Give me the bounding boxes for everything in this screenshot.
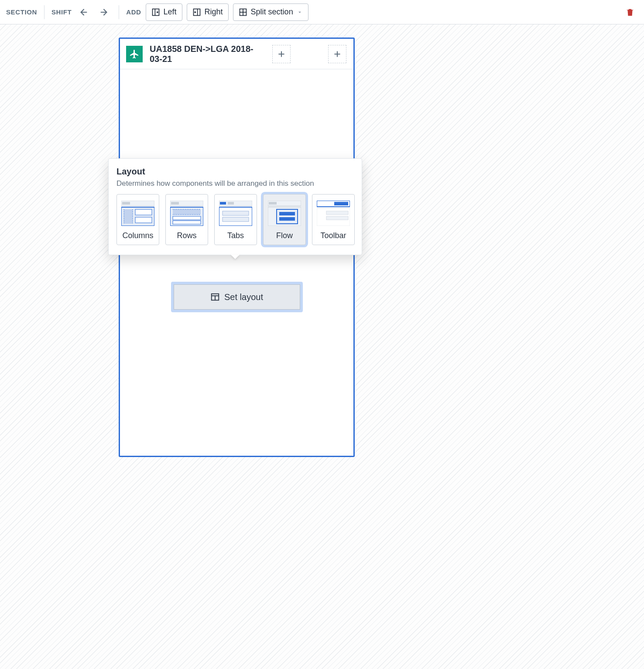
- svg-rect-37: [173, 221, 201, 224]
- airplane-icon: [129, 49, 140, 59]
- insert-left-icon: [151, 8, 160, 17]
- add-label: ADD: [126, 8, 141, 16]
- svg-rect-51: [334, 202, 348, 205]
- flow-thumb-icon: [268, 201, 301, 226]
- add-left-button[interactable]: Left: [146, 3, 182, 21]
- split-section-label: Split section: [251, 7, 293, 17]
- layout-option-rows[interactable]: Rows: [165, 194, 208, 245]
- popover-description: Determines how components will be arrang…: [116, 179, 354, 188]
- svg-rect-41: [219, 207, 252, 226]
- add-right-button[interactable]: Right: [187, 3, 229, 21]
- svg-rect-49: [279, 217, 295, 221]
- layout-option-label: Rows: [177, 231, 196, 240]
- svg-rect-29: [135, 217, 152, 223]
- arrow-right-icon: [99, 7, 109, 17]
- toolbar-separator: [44, 5, 45, 19]
- editor-canvas: UA1858 DEN->LGA 2018-03-21 Set layout La…: [0, 24, 644, 669]
- plus-icon: [277, 50, 286, 58]
- layout-option-label: Flow: [276, 231, 293, 240]
- svg-rect-54: [326, 216, 348, 220]
- delete-section-button[interactable]: [622, 4, 638, 20]
- svg-rect-43: [223, 217, 249, 222]
- layout-option-columns[interactable]: Columns: [116, 194, 159, 245]
- svg-rect-13: [629, 11, 629, 14]
- svg-rect-39: [220, 202, 226, 205]
- layout-option-label: Toolbar: [320, 231, 346, 240]
- insert-right-icon: [192, 8, 201, 17]
- svg-rect-47: [277, 209, 298, 224]
- svg-rect-48: [279, 212, 295, 215]
- svg-rect-33: [173, 209, 201, 215]
- svg-rect-14: [630, 11, 631, 14]
- chevron-down-icon: [297, 9, 303, 15]
- set-layout-button[interactable]: Set layout: [174, 284, 300, 310]
- arrow-left-icon: [79, 7, 89, 17]
- plus-icon: [333, 50, 342, 58]
- add-component-button[interactable]: [328, 45, 346, 63]
- toolbar-separator: [119, 5, 119, 19]
- flight-icon: [126, 46, 143, 62]
- svg-rect-28: [135, 209, 152, 215]
- section-label: SECTION: [6, 8, 37, 16]
- split-section-button[interactable]: Split section: [233, 3, 308, 21]
- add-right-label: Right: [205, 7, 223, 17]
- layout-option-label: Tabs: [227, 231, 244, 240]
- svg-rect-45: [269, 202, 277, 205]
- layout-option-toolbar[interactable]: Toolbar: [312, 194, 355, 245]
- shift-left-button[interactable]: [76, 4, 92, 20]
- toolbar-thumb-icon: [317, 201, 350, 226]
- split-icon: [239, 8, 247, 17]
- trash-icon: [625, 7, 635, 17]
- svg-rect-25: [124, 209, 133, 224]
- tabs-thumb-icon: [219, 201, 252, 226]
- svg-rect-40: [228, 202, 234, 205]
- shift-label: SHIFT: [51, 8, 72, 16]
- set-layout-label: Set layout: [224, 292, 263, 302]
- layout-option-flow[interactable]: Flow: [263, 194, 306, 245]
- svg-rect-53: [326, 211, 348, 215]
- section-title: UA1858 DEN->LGA 2018-03-21: [150, 44, 263, 64]
- section-header: UA1858 DEN->LGA 2018-03-21: [120, 39, 353, 69]
- layout-popover: Layout Determines how components will be…: [108, 158, 362, 255]
- add-left-label: Left: [164, 7, 177, 17]
- set-layout-highlight: Set layout: [171, 282, 303, 312]
- svg-rect-42: [223, 211, 249, 215]
- add-component-button[interactable]: [272, 45, 291, 63]
- rows-thumb-icon: [170, 201, 203, 226]
- columns-thumb-icon: [121, 201, 154, 226]
- layout-option-tabs[interactable]: Tabs: [214, 194, 257, 245]
- page-toolbar: SECTION SHIFT ADD Left Right Split secti…: [0, 0, 644, 24]
- shift-right-button[interactable]: [96, 4, 112, 20]
- svg-rect-31: [171, 202, 179, 205]
- layout-option-label: Columns: [122, 231, 153, 240]
- popover-title: Layout: [116, 167, 354, 177]
- layout-options: Columns Rows: [116, 194, 354, 245]
- svg-rect-23: [122, 202, 130, 205]
- svg-rect-36: [173, 216, 201, 220]
- layout-icon: [210, 292, 220, 302]
